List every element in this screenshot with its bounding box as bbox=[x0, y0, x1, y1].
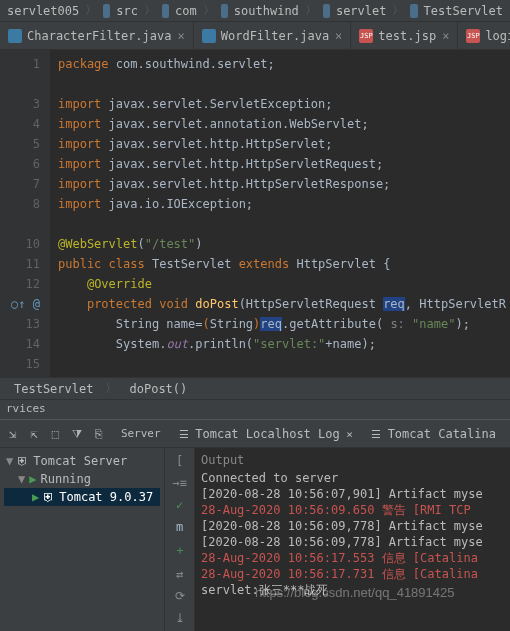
tab-testjsp[interactable]: JSPtest.jsp× bbox=[351, 22, 458, 49]
crumb-method[interactable]: doPost() bbox=[129, 382, 187, 396]
tab-loginjsp[interactable]: JSPlogin.jsp× bbox=[458, 22, 510, 49]
log-line: 28-Aug-2020 10:56:17.553 信息 [Catalina bbox=[201, 550, 504, 566]
folder-icon bbox=[221, 4, 228, 18]
breadcrumb-item[interactable]: TestServlet bbox=[424, 4, 503, 18]
output-label: Output bbox=[201, 452, 504, 468]
download-icon[interactable]: ⤓ bbox=[175, 611, 185, 625]
close-icon[interactable]: × bbox=[335, 29, 342, 43]
server-tab[interactable]: Server bbox=[113, 423, 169, 445]
m-label: m bbox=[176, 520, 183, 534]
tree-icon[interactable]: ⬚ bbox=[49, 426, 62, 442]
pin-icon[interactable]: ⎘ bbox=[92, 426, 105, 442]
close-icon[interactable]: × bbox=[178, 29, 185, 43]
services-panel: ⇲ ⇱ ⬚ ⧩ ⎘ Server ☰ Tomcat Localhost Log … bbox=[0, 419, 510, 631]
filter-icon[interactable]: ⧩ bbox=[70, 426, 83, 442]
tree-root: ▼⛨Tomcat Server bbox=[4, 452, 160, 470]
breadcrumb-item[interactable]: southwind bbox=[234, 4, 299, 18]
services-tool-label[interactable]: rvices bbox=[0, 399, 510, 419]
class-icon bbox=[410, 4, 417, 18]
breadcrumb-item[interactable]: com bbox=[175, 4, 197, 18]
bracket-icon[interactable]: [ bbox=[176, 454, 183, 468]
log-line: [2020-08-28 10:56:09,778] Artifact myse bbox=[201, 518, 504, 534]
breadcrumb-item[interactable]: servlet bbox=[336, 4, 387, 18]
crumb-class[interactable]: TestServlet bbox=[14, 382, 93, 396]
log-line: [2020-08-28 10:56:09,778] Artifact myse bbox=[201, 534, 504, 550]
structure-breadcrumb: TestServlet〉doPost() bbox=[0, 377, 510, 399]
code-editor[interactable]: 1 345678 101112○↑ @ 13141516 package com… bbox=[0, 50, 510, 377]
server-tree[interactable]: ▼⛨Tomcat Server ▼▶Running ▶⛨Tomcat 9.0.3… bbox=[0, 448, 165, 631]
panel-toolbar: ⇲ ⇱ ⬚ ⧩ ⎘ Server ☰ Tomcat Localhost Log … bbox=[0, 420, 510, 448]
line-gutter: 1 345678 101112○↑ @ 13141516 bbox=[0, 50, 50, 377]
editor-tabs: CharacterFilter.java× WordFilter.java× J… bbox=[0, 22, 510, 50]
reload-icon[interactable]: ⟳ bbox=[175, 589, 185, 603]
folder-icon bbox=[103, 4, 110, 18]
watermark: https://blog.csdn.net/qq_41891425 bbox=[255, 585, 455, 601]
java-icon bbox=[8, 29, 22, 43]
folder-icon bbox=[323, 4, 330, 18]
expand-icon[interactable]: ⇲ bbox=[6, 426, 19, 442]
console-toolbar: [ →≡ ✓ m ＋ ⇄ ⟳ ⤓ bbox=[165, 448, 195, 631]
jsp-icon: JSP bbox=[359, 29, 373, 43]
log-line: [2020-08-28 10:56:07,901] Artifact myse bbox=[201, 486, 504, 502]
code-area[interactable]: package com.southwind.servlet; import ja… bbox=[50, 50, 510, 377]
tree-running: ▼▶Running bbox=[4, 470, 160, 488]
log-line: 28-Aug-2020 10:56:17.731 信息 [Catalina bbox=[201, 566, 504, 582]
folder-icon bbox=[162, 4, 169, 18]
tab-wordfilter[interactable]: WordFilter.java× bbox=[194, 22, 352, 49]
tab-characterfilter[interactable]: CharacterFilter.java× bbox=[0, 22, 194, 49]
breadcrumb: servlet005〉 src〉 com〉 southwind〉 servlet… bbox=[0, 0, 510, 22]
log-line: 28-Aug-2020 10:56:09.650 警告 [RMI TCP bbox=[201, 502, 504, 518]
console-output[interactable]: Output Connected to server [2020-08-28 1… bbox=[195, 448, 510, 631]
tomcat-catalina-tab[interactable]: ☰ Tomcat Catalina bbox=[363, 423, 504, 445]
tree-tomcat: ▶⛨Tomcat 9.0.37 bbox=[4, 488, 160, 506]
close-icon[interactable]: × bbox=[442, 29, 449, 43]
breadcrumb-item[interactable]: src bbox=[116, 4, 138, 18]
java-icon bbox=[202, 29, 216, 43]
breadcrumb-item[interactable]: servlet005 bbox=[7, 4, 79, 18]
log-line: Connected to server bbox=[201, 470, 504, 486]
plus-icon[interactable]: ＋ bbox=[174, 542, 186, 559]
tomcat-log-tab[interactable]: ☰ Tomcat Localhost Log × bbox=[171, 423, 361, 445]
jsp-icon: JSP bbox=[466, 29, 480, 43]
shuffle-icon[interactable]: ⇄ bbox=[176, 567, 183, 581]
collapse-icon[interactable]: ⇱ bbox=[27, 426, 40, 442]
check-icon: ✓ bbox=[176, 498, 183, 512]
arrows-icon[interactable]: →≡ bbox=[172, 476, 186, 490]
